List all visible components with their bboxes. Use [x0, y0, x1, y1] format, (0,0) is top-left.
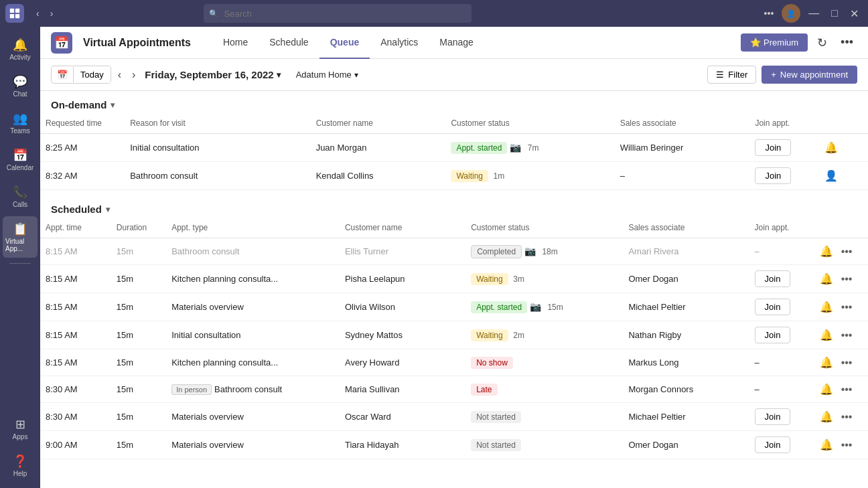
duration: 15m — [111, 349, 166, 376]
avatar: 👤 — [782, 4, 800, 23]
premium-button[interactable]: ⭐ Premium — [741, 33, 808, 52]
nav-schedule[interactable]: Schedule — [259, 27, 319, 59]
join-button[interactable]: Join — [755, 299, 791, 315]
prev-date-button[interactable]: ‹ — [114, 66, 125, 84]
sidebar-item-calendar[interactable]: 📅 Calendar — [3, 143, 38, 177]
location-chevron-icon: ▾ — [354, 70, 358, 80]
table-row: 8:32 AM Bathroom consult Kendall Collins… — [40, 162, 868, 190]
bell-icon[interactable]: 🔔 — [818, 327, 835, 343]
more-header-button[interactable]: ••• — [837, 33, 857, 52]
more-icon[interactable]: ••• — [839, 355, 855, 370]
toolbar: 📅 Today ‹ › Friday, September 16, 2022 ▾… — [40, 59, 868, 91]
sidebar-item-calls[interactable]: 📞 Calls — [3, 179, 38, 214]
sidebar-item-teams[interactable]: 👥 Teams — [3, 106, 38, 140]
time-indicator: 15m — [547, 303, 563, 312]
scheduled-title: Scheduled — [51, 204, 102, 215]
person-icon[interactable]: 👤 — [822, 168, 840, 183]
more-icon[interactable]: ••• — [839, 300, 855, 315]
sidebar-item-virtual-appointments[interactable]: 📋 Virtual App... — [3, 216, 38, 258]
sales-associate: – — [615, 162, 750, 190]
join-button[interactable]: Join — [755, 167, 791, 184]
col-header-join: Join appt. — [749, 116, 817, 134]
virtual-app-icon: 📋 — [13, 222, 27, 236]
bell-icon[interactable]: 🔔 — [818, 437, 835, 453]
customer-name: Olivia Wilson — [340, 293, 465, 321]
appt-type: Materials overview — [166, 403, 340, 431]
title-bar: ‹ › ••• 👤 — □ ✕ — [0, 0, 868, 27]
forward-button[interactable]: › — [46, 5, 58, 21]
on-demand-section-header[interactable]: On-demand ▾ — [40, 91, 868, 116]
more-icon[interactable]: ••• — [839, 244, 855, 259]
sidebar-item-help[interactable]: ❓ Help — [3, 449, 38, 483]
join-button[interactable]: Join — [755, 139, 791, 156]
today-button[interactable]: Today — [74, 66, 111, 83]
bell-icon[interactable]: 🔔 — [818, 355, 835, 370]
col-header-actions — [817, 116, 868, 134]
more-icon[interactable]: ••• — [839, 272, 855, 287]
bell-icon[interactable]: 🔔 — [822, 140, 840, 155]
more-icon[interactable]: ••• — [839, 438, 855, 453]
customer-name: Pisha Leelapun — [340, 265, 465, 293]
back-button[interactable]: ‹ — [32, 5, 44, 21]
nav-manage[interactable]: Manage — [429, 27, 484, 59]
nav-home[interactable]: Home — [212, 27, 259, 59]
sidebar-item-activity[interactable]: 🔔 Activity — [3, 32, 38, 66]
location-selector[interactable]: Adatum Home ▾ — [289, 66, 366, 84]
more-icon[interactable]: ••• — [839, 382, 855, 397]
more-icon[interactable]: ••• — [839, 328, 855, 343]
join-appt: Join — [749, 321, 812, 349]
join-button[interactable]: Join — [755, 327, 791, 343]
nav-queue[interactable]: Queue — [319, 27, 370, 59]
date-chevron-icon: ▾ — [277, 70, 281, 80]
join-appt: – — [749, 349, 812, 376]
table-row: 8:15 AM 15m Kitchen planning consulta...… — [40, 349, 868, 376]
row-actions: 🔔••• — [812, 376, 868, 403]
new-appointment-button[interactable]: + New appointment — [762, 66, 857, 84]
join-button[interactable]: Join — [755, 436, 791, 453]
nav-analytics[interactable]: Analytics — [370, 27, 429, 59]
status-badge: No show — [471, 357, 513, 369]
search-input[interactable] — [204, 4, 472, 23]
col-header-requested-time: Requested time — [40, 116, 125, 134]
sales-associate: Morgan Connors — [623, 376, 749, 403]
join-button[interactable]: Join — [755, 270, 791, 287]
bell-icon[interactable]: 🔔 — [818, 409, 835, 424]
next-date-button[interactable]: › — [128, 66, 139, 84]
in-person-badge: In person — [171, 384, 212, 395]
customer-name: Sydney Mattos — [340, 321, 465, 349]
minimize-button[interactable]: — — [804, 6, 823, 21]
bell-icon[interactable]: 🔔 — [818, 382, 835, 397]
sidebar-item-apps[interactable]: ⊞ Apps — [3, 412, 38, 446]
close-button[interactable]: ✕ — [846, 6, 863, 21]
appt-type: Kitchen planning consulta... — [166, 265, 340, 293]
customer-name: Ellis Turner — [340, 238, 465, 265]
more-options-button[interactable]: ••• — [760, 7, 778, 20]
scheduled-section-header[interactable]: Scheduled ▾ — [40, 195, 868, 220]
join-button[interactable]: Join — [755, 408, 791, 425]
window-nav: ‹ › — [32, 5, 57, 21]
filter-button[interactable]: ☰ Filter — [707, 66, 756, 84]
date-display[interactable]: Friday, September 16, 2022 ▾ — [145, 69, 280, 80]
appt-time: 8:15 AM — [40, 238, 111, 265]
bell-icon[interactable]: 🔔 — [818, 271, 835, 287]
bell-icon[interactable]: 🔔 — [818, 244, 835, 259]
time-indicator: 7m — [528, 143, 539, 153]
sales-associate: Amari Rivera — [623, 238, 749, 265]
row-actions: 👤 — [817, 162, 868, 190]
duration: 15m — [111, 265, 166, 293]
maximize-button[interactable]: □ — [827, 6, 842, 21]
appt-type: Materials overview — [166, 293, 340, 321]
title-bar-actions: ••• 👤 — □ ✕ — [760, 4, 863, 23]
search-bar — [204, 4, 472, 23]
time-indicator: 3m — [513, 274, 524, 284]
appt-time: 8:15 AM — [40, 349, 111, 376]
more-icon[interactable]: ••• — [839, 410, 855, 424]
col-header-reason: Reason for visit — [125, 116, 310, 134]
customer-status: Waiting 2m — [465, 321, 623, 349]
sidebar-item-chat[interactable]: 💬 Chat — [3, 69, 38, 103]
appt-time: 8:30 AM — [40, 376, 111, 403]
customer-status: Not started — [465, 431, 623, 459]
refresh-button[interactable]: ↻ — [813, 33, 831, 53]
table-row: 8:15 AM 15m Initial consultation Sydney … — [40, 321, 868, 349]
bell-icon[interactable]: 🔔 — [818, 299, 835, 315]
